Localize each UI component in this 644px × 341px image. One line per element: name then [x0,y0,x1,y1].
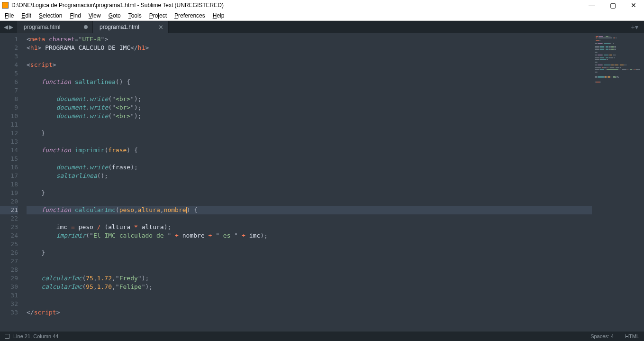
menu-project[interactable]: Project [146,11,170,20]
menu-help[interactable]: Help [210,11,227,20]
menu-selection[interactable]: Selection [36,11,65,20]
menu-view[interactable]: View [86,11,104,20]
tab-label: programa.html [24,24,60,30]
cursor-position[interactable]: Line 21, Column 44 [13,333,58,339]
menu-tools[interactable]: Tools [126,11,145,20]
syntax-setting[interactable]: HTML [625,333,639,339]
dropdown-icon: ▾ [635,23,638,31]
maximize-button[interactable]: ▢ [608,1,617,9]
tab-nav-arrows[interactable]: ◀ ▶ [0,21,17,33]
menu-edit[interactable]: Edit [18,11,34,20]
panel-toggle-icon[interactable] [5,334,9,339]
tab-programa[interactable]: programa.html [17,21,93,33]
menu-file[interactable]: File [2,11,17,20]
menu-bar: File Edit Selection Find View Goto Tools… [0,10,644,21]
tab-spacer [169,21,625,33]
app-logo-icon [2,2,9,9]
new-tab-button[interactable]: + ▾ [625,21,644,33]
window-controls: — ▢ ✕ [587,1,642,9]
dirty-indicator-icon [84,25,88,29]
tab-programa1[interactable]: programa1.html ✕ [93,21,169,33]
tab-label: programa1.html [100,24,139,30]
editor-area: 1234567891011121314151617181920212223242… [0,33,644,332]
menu-preferences[interactable]: Preferences [172,11,208,20]
minimize-button[interactable]: — [587,1,597,9]
tab-bar: ◀ ▶ programa.html programa1.html ✕ + ▾ [0,21,644,33]
menu-goto[interactable]: Goto [106,11,124,20]
code-editor[interactable]: <meta charset="UTF-8"><h1> PROGRAMA CALC… [23,33,592,332]
nav-back-icon[interactable]: ◀ [4,24,8,30]
close-window-button[interactable]: ✕ [629,1,638,9]
status-bar: Line 21, Column 44 Spaces: 4 HTML [0,332,644,341]
window-title: D:\ONE\Logica de Programacion\programa1.… [11,2,587,9]
close-tab-icon[interactable]: ✕ [158,24,163,31]
indent-setting[interactable]: Spaces: 4 [590,333,614,339]
nav-forward-icon[interactable]: ▶ [9,24,13,30]
minimap[interactable] [592,33,644,332]
line-gutter[interactable]: 1234567891011121314151617181920212223242… [0,33,23,332]
title-bar: D:\ONE\Logica de Programacion\programa1.… [0,0,644,10]
plus-icon: + [631,23,635,31]
menu-find[interactable]: Find [67,11,83,20]
